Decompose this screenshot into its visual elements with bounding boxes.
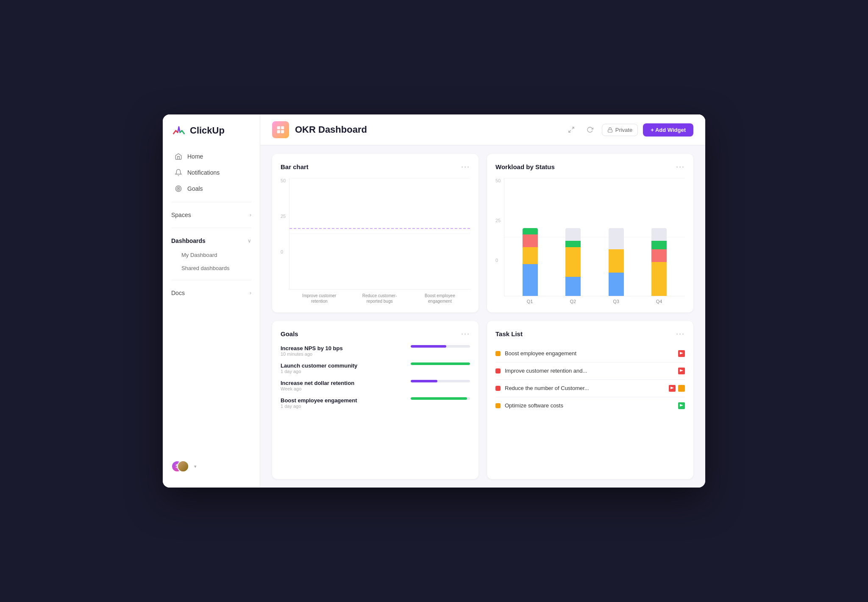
y-min: 0	[281, 249, 286, 254]
q4-segments	[651, 241, 667, 296]
refresh-button[interactable]	[583, 123, 597, 137]
clickup-logo-icon	[171, 123, 186, 138]
tasklist-widget: Task List ··· Boost employee engagement	[487, 321, 693, 479]
q4-bar-group	[651, 228, 667, 296]
goal-name-2: Increase net dollar retention	[281, 380, 411, 386]
flag-yellow-2	[678, 385, 685, 392]
bar-chart-header: Bar chart ···	[281, 162, 470, 171]
goal-time-3: 1 day ago	[281, 404, 411, 409]
q2-yellow	[565, 247, 581, 277]
tasklist-header: Task List ···	[495, 329, 685, 338]
workload-y-labels: 50 25 0	[495, 178, 501, 263]
sidebar-item-dashboards[interactable]: Dashboards ∨	[163, 233, 260, 248]
task-item-2: Reduce the number of Customer...	[495, 380, 685, 397]
q1-green	[523, 228, 538, 234]
workload-title: Workload by Status	[495, 163, 555, 170]
task-flags-3	[678, 402, 685, 409]
page-title: OKR Dashboard	[295, 124, 559, 135]
goal-track-3	[411, 397, 470, 400]
sidebar-item-docs[interactable]: Docs ›	[163, 285, 260, 301]
sidebar-item-spaces[interactable]: Spaces ›	[163, 207, 260, 223]
svg-line-7	[572, 127, 574, 129]
goal-progress-row-0	[411, 345, 470, 348]
bar-chart-menu[interactable]: ···	[461, 162, 470, 171]
goals-menu[interactable]: ···	[461, 329, 470, 338]
task-left-0: Boost employee engagement	[495, 350, 576, 357]
x-label-0: Improve customer retention	[300, 293, 338, 304]
y-axis-labels: 50 25 0	[281, 178, 286, 254]
workload-y-max: 50	[495, 178, 501, 183]
svg-marker-10	[680, 352, 683, 354]
header-actions: Private + Add Widget	[565, 123, 693, 137]
goal-item-3: Boost employee engagement 1 day ago	[281, 397, 470, 409]
sidebar-item-home[interactable]: Home	[166, 148, 256, 164]
goal-time-1: 1 day ago	[281, 369, 411, 374]
bell-icon	[175, 169, 182, 176]
expand-button[interactable]	[565, 123, 578, 137]
q4-green	[651, 241, 667, 249]
q1-bar	[523, 228, 538, 296]
task-left-1: Improve customer retention and...	[495, 368, 587, 374]
goal-item-2: Increase net dollar retention Week ago	[281, 380, 470, 391]
flag-green-3	[678, 402, 685, 409]
dashboard-grid-icon	[276, 125, 285, 134]
workload-y-mid: 25	[495, 218, 501, 223]
dashboard-icon-box	[272, 121, 289, 138]
sidebar: ClickUp Home Notifications	[163, 114, 260, 488]
sidebar-item-shared-dashboards[interactable]: Shared dashboards	[163, 262, 260, 275]
flag-icon-3	[679, 404, 684, 408]
workload-chart-body	[504, 178, 685, 296]
svg-marker-12	[670, 387, 674, 389]
page-header: OKR Dashboard	[260, 114, 705, 145]
avatar-2	[177, 460, 189, 472]
q3-label: Q3	[608, 299, 623, 304]
bar-chart-area: 50 25 0	[281, 178, 470, 304]
goal-row-1: Launch customer community 1 day ago	[281, 362, 470, 374]
goals-widget: Goals ··· Increase NPS by 10 bps 10 minu…	[272, 321, 479, 479]
q1-segments	[523, 228, 538, 296]
app-window: ClickUp Home Notifications	[163, 114, 705, 488]
tasklist-menu[interactable]: ···	[676, 329, 685, 338]
nav-divider-1	[171, 202, 251, 202]
sidebar-item-notifications[interactable]: Notifications	[166, 164, 256, 181]
sidebar-item-my-dashboard[interactable]: My Dashboard	[163, 248, 260, 262]
private-label: Private	[615, 127, 632, 133]
q4-label: Q4	[651, 299, 667, 304]
goal-name-1: Launch customer community	[281, 362, 411, 369]
goals-header: Goals ···	[281, 329, 470, 338]
task-left-3: Optimize software costs	[495, 402, 563, 409]
goal-progress-row-3	[411, 397, 470, 400]
goal-row-2: Increase net dollar retention Week ago	[281, 380, 470, 391]
add-widget-button[interactable]: + Add Widget	[643, 123, 693, 137]
spaces-label: Spaces	[171, 212, 191, 218]
task-item-1: Improve customer retention and...	[495, 362, 685, 380]
goal-fill-2	[411, 380, 437, 382]
avatar-group[interactable]: S	[171, 460, 190, 472]
nav-divider-3	[171, 280, 251, 280]
task-item-0: Boost employee engagement	[495, 345, 685, 362]
goals-icon	[175, 185, 182, 192]
task-dot-2	[495, 386, 501, 391]
svg-rect-9	[608, 129, 612, 132]
dashboard-grid: Bar chart ··· 50 25 0	[260, 145, 705, 488]
x-label-1: Reduce customer-reported bugs	[361, 293, 399, 304]
task-dot-3	[495, 403, 501, 408]
workload-widget: Workload by Status ··· 50 25 0	[487, 154, 693, 312]
svg-rect-6	[281, 130, 284, 133]
q3-bar-group	[609, 228, 624, 296]
sidebar-item-goals[interactable]: Goals	[166, 181, 256, 197]
wl-grid-top	[504, 178, 685, 178]
private-badge[interactable]: Private	[602, 124, 638, 136]
q1-bar-group	[523, 228, 538, 296]
grid-line-top	[289, 178, 470, 178]
goal-progress-row-2	[411, 380, 470, 382]
task-left-2: Reduce the number of Customer...	[495, 385, 589, 391]
sidebar-footer: S ▾	[163, 454, 260, 479]
flag-icon-2	[670, 386, 674, 390]
docs-label: Docs	[171, 290, 185, 296]
bar-chart-title: Bar chart	[281, 163, 309, 170]
task-flags-0	[678, 350, 685, 357]
dashboards-label: Dashboards	[171, 237, 206, 244]
workload-menu[interactable]: ···	[676, 162, 685, 171]
goal-time-0: 10 minutes ago	[281, 351, 411, 357]
